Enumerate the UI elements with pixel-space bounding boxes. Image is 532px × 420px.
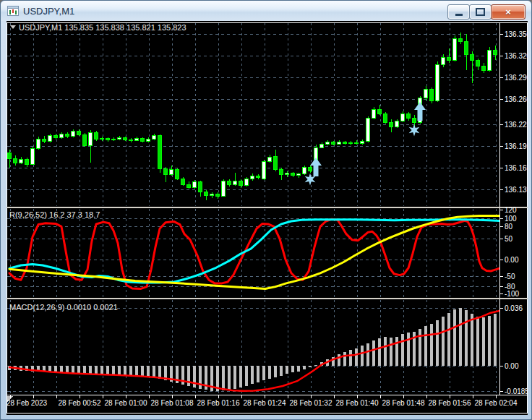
candle-body bbox=[14, 158, 17, 163]
candle-body bbox=[447, 57, 451, 60]
candle-body bbox=[453, 38, 457, 60]
candle-body bbox=[205, 192, 208, 195]
macd-histogram-bar bbox=[291, 366, 294, 372]
candle-body bbox=[233, 181, 237, 184]
candle-body bbox=[25, 159, 29, 164]
candle-body bbox=[72, 131, 75, 136]
candle-body bbox=[147, 139, 150, 141]
axis-tick-label: 0.00 bbox=[505, 362, 519, 370]
time-axis-label: 28 Feb 00:52 bbox=[59, 399, 101, 407]
candle-body bbox=[366, 118, 370, 141]
macd-histogram-bar bbox=[390, 338, 392, 366]
candle-body bbox=[83, 134, 87, 145]
macd-histogram-bar bbox=[401, 334, 404, 366]
candle-body bbox=[320, 144, 324, 147]
macd-histogram-bar bbox=[384, 337, 387, 366]
macd-histogram-bar bbox=[222, 366, 225, 390]
macd-histogram-bar bbox=[153, 366, 155, 377]
candle-body bbox=[181, 179, 185, 184]
time-axis-label: 28 Feb 01:48 bbox=[382, 399, 425, 407]
candle-body bbox=[413, 118, 416, 122]
axis-tick-label: 136.195 bbox=[505, 142, 528, 150]
candle-body bbox=[395, 121, 399, 127]
axis-tick-label: 0.00 bbox=[505, 256, 519, 264]
axis-tick-label: 0.036 bbox=[505, 304, 523, 312]
candle-body bbox=[251, 176, 254, 179]
macd-histogram-bar bbox=[419, 329, 421, 366]
time-axis-label: 28 Feb 01:32 bbox=[290, 399, 332, 407]
candle-body bbox=[280, 169, 283, 174]
maximize-button[interactable] bbox=[469, 4, 492, 20]
macd-histogram-bar bbox=[268, 366, 271, 379]
macd-histogram-bar bbox=[95, 366, 98, 374]
close-button[interactable]: × bbox=[491, 4, 525, 20]
macd-histogram-bar bbox=[129, 366, 132, 376]
chart-window-icon[interactable] bbox=[7, 5, 19, 17]
candle-body bbox=[153, 135, 156, 139]
minimize-button[interactable] bbox=[447, 4, 470, 20]
candle-body bbox=[89, 132, 93, 145]
panel-separator-1 bbox=[7, 207, 528, 208]
time-axis-label: 28 Feb 01:24 bbox=[244, 399, 286, 407]
macd-histogram-bar bbox=[471, 314, 473, 366]
macd-histogram-bar bbox=[303, 366, 306, 369]
indicator-macd-label: MACD(12,26,9) 0.0010 0.0021 bbox=[9, 303, 118, 312]
macd-histogram-bar bbox=[77, 366, 80, 374]
candle-body bbox=[31, 148, 35, 164]
macd-histogram-bar bbox=[118, 366, 121, 375]
candle-body bbox=[494, 50, 497, 54]
candle-body bbox=[48, 135, 52, 141]
title-bar[interactable]: USDJPY,M1 × bbox=[1, 1, 531, 21]
candle-body bbox=[459, 38, 463, 41]
candle-body bbox=[488, 50, 492, 70]
macd-histogram-bar bbox=[274, 366, 277, 377]
time-axis-label: 28 Feb 01:00 bbox=[105, 399, 147, 407]
macd-histogram-bar bbox=[343, 352, 346, 366]
minimize-icon bbox=[455, 14, 463, 16]
axis-tick-label: 100 bbox=[505, 215, 517, 223]
macd-histogram-bar bbox=[378, 338, 381, 366]
macd-histogram-bar bbox=[447, 313, 450, 366]
candle-body bbox=[407, 113, 411, 118]
panel-separator-2 bbox=[7, 298, 528, 299]
axis-tick-label: 136.225 bbox=[505, 121, 528, 129]
time-axis-label: 28 Feb 01:16 bbox=[197, 399, 240, 407]
chart-window: USDJPY,M1 × 136.350136.3201 bbox=[0, 0, 532, 420]
candle-body bbox=[390, 122, 393, 127]
macd-histogram-bar bbox=[395, 337, 398, 366]
candle-body bbox=[239, 181, 243, 185]
candle-body bbox=[228, 181, 231, 184]
candle-body bbox=[471, 54, 474, 60]
chart-canvas[interactable]: 136.350136.320136.290136.260136.225136.1… bbox=[7, 21, 528, 415]
macd-histogram-bar bbox=[366, 343, 369, 366]
candle-body bbox=[424, 89, 428, 98]
candle-body bbox=[135, 138, 139, 140]
macd-histogram-bar bbox=[349, 350, 352, 366]
macd-histogram-bar bbox=[424, 326, 427, 366]
macd-histogram-bar bbox=[482, 317, 485, 366]
candle-body bbox=[361, 141, 364, 143]
macd-histogram-bar bbox=[228, 366, 231, 390]
axis-tick-label: -50 bbox=[505, 273, 515, 280]
macd-histogram-bar bbox=[83, 366, 86, 374]
macd-histogram-bar bbox=[280, 366, 283, 376]
candle-body bbox=[257, 176, 260, 177]
time-axis-label: 28 Feb 01:40 bbox=[336, 399, 379, 407]
axis-tick-label: 136.135 bbox=[505, 186, 528, 194]
candle-body bbox=[187, 184, 191, 187]
macd-histogram-bar bbox=[488, 316, 491, 366]
time-axis-label: 28 Feb 2023 bbox=[7, 399, 48, 407]
macd-histogram-bar bbox=[66, 366, 69, 373]
chart-info-label: USDJPY,M1 135.835 135.838 135.821 135.82… bbox=[19, 23, 186, 32]
macd-histogram-bar bbox=[494, 314, 497, 366]
axis-tick-label: 120 bbox=[505, 206, 517, 214]
candle-body bbox=[199, 181, 202, 192]
macd-histogram-bar bbox=[60, 366, 63, 372]
indicator-r-label: R(9,26,52) 16.2 37.3 18.7 bbox=[9, 210, 100, 219]
macd-histogram-bar bbox=[309, 366, 312, 367]
candle-body bbox=[8, 153, 12, 158]
macd-histogram-bar bbox=[89, 366, 92, 374]
candle-body bbox=[401, 113, 405, 121]
macd-histogram-bar bbox=[124, 366, 126, 375]
candle-body bbox=[164, 168, 168, 174]
